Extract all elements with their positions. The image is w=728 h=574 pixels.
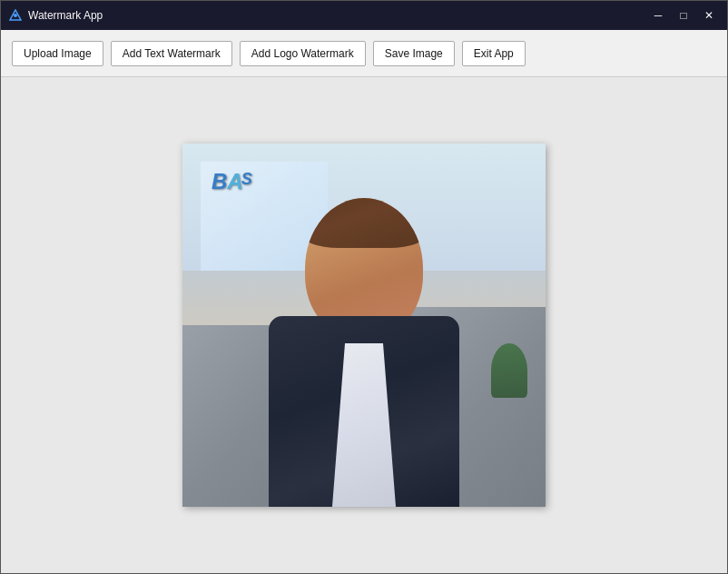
window-controls: ─ □ ✕	[647, 6, 720, 25]
minimize-button[interactable]: ─	[647, 6, 669, 25]
upload-image-button[interactable]: Upload Image	[12, 41, 103, 66]
watermark-b: B	[212, 169, 227, 193]
person-body	[269, 316, 459, 507]
save-image-button[interactable]: Save Image	[373, 41, 455, 66]
watermark-logo: BAS	[212, 171, 252, 193]
person-hair	[305, 198, 423, 248]
exit-app-button[interactable]: Exit App	[462, 41, 526, 66]
close-button[interactable]: ✕	[698, 6, 720, 25]
add-text-watermark-button[interactable]: Add Text Watermark	[111, 41, 232, 66]
maximize-button[interactable]: □	[673, 6, 694, 25]
person-figure	[264, 171, 464, 507]
image-canvas: BAS	[182, 144, 546, 507]
app-icon	[8, 8, 23, 23]
svg-point-1	[14, 14, 17, 17]
plant-bg	[491, 343, 527, 398]
main-content: BAS	[1, 77, 727, 573]
person-shirt	[332, 343, 396, 507]
app-window: Watermark App ─ □ ✕ Upload Image Add Tex…	[0, 0, 728, 574]
add-logo-watermark-button[interactable]: Add Logo Watermark	[240, 41, 366, 66]
title-bar: Watermark App ─ □ ✕	[1, 1, 727, 30]
toolbar: Upload Image Add Text Watermark Add Logo…	[1, 30, 727, 77]
watermark-s: S	[241, 170, 252, 188]
window-title: Watermark App	[28, 9, 647, 22]
